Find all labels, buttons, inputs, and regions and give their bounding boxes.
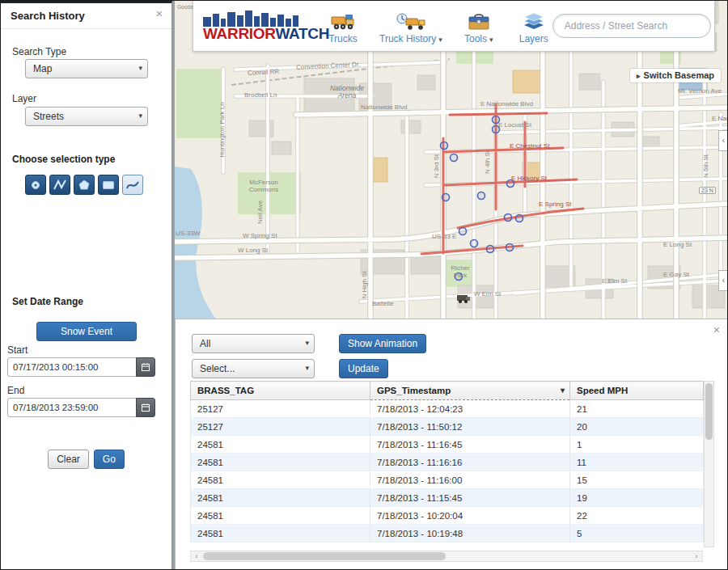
logo-wordmark: WARRIORWATCH xyxy=(203,27,329,41)
start-date-input[interactable] xyxy=(7,357,137,377)
go-button[interactable]: Go xyxy=(94,450,125,469)
map-collapse-button[interactable] xyxy=(718,270,728,291)
selection-tool-polyline-button[interactable] xyxy=(49,175,70,195)
panel-title: Search History xyxy=(11,10,85,22)
switch-basemap-button[interactable]: Switch Basemap xyxy=(630,69,721,82)
calendar-icon xyxy=(141,403,150,412)
layer-select[interactable]: Streets xyxy=(25,107,148,126)
switch-basemap-label: Switch Basemap xyxy=(644,70,714,80)
selection-tool-polygon-button[interactable] xyxy=(74,175,95,195)
panel-close-icon[interactable] xyxy=(711,324,722,336)
polyline-icon xyxy=(53,179,67,192)
selection-type-label: Choose selection type xyxy=(12,154,115,165)
nav-tools[interactable]: Tools xyxy=(460,8,497,44)
search-type-value: Map xyxy=(33,63,52,74)
point-icon xyxy=(28,179,43,192)
selection-tools xyxy=(25,175,143,195)
event-filter-select[interactable]: Select... xyxy=(192,359,315,378)
scrollbar-thumb[interactable] xyxy=(203,552,446,560)
table-row[interactable]: 251277/18/2013 - 12:04:2321 xyxy=(191,400,704,418)
calendar-icon xyxy=(141,362,150,372)
vertical-scrollbar[interactable] xyxy=(704,381,714,547)
divider xyxy=(1,28,171,29)
table-row[interactable]: 245817/18/2013 - 10:20:0422 xyxy=(191,507,704,525)
main-nav: Trucks Truck History xyxy=(324,8,552,44)
truck-icon xyxy=(329,8,357,32)
nav-truck-history-label: Truck History xyxy=(379,33,436,44)
layer-value: Streets xyxy=(33,111,64,122)
table-row[interactable]: 245817/18/2013 - 11:16:0015 xyxy=(191,471,704,489)
scrollbar-thumb[interactable] xyxy=(705,383,713,440)
address-search xyxy=(552,14,711,38)
sidebar-close-icon[interactable] xyxy=(154,8,165,19)
map-collapse-button[interactable] xyxy=(718,130,728,151)
search-type-label: Search Type xyxy=(12,46,66,57)
nav-layers[interactable]: Layers xyxy=(515,8,552,44)
nav-trucks-label: Trucks xyxy=(328,33,358,44)
column-header-speed-mph[interactable]: Speed MPH xyxy=(570,382,704,400)
scroll-left-arrow-icon[interactable] xyxy=(191,551,202,561)
date-range-label: Set Date Range xyxy=(12,296,83,307)
vehicle-filter-value: All xyxy=(200,338,210,349)
horizontal-scrollbar[interactable] xyxy=(190,551,703,562)
layers-icon xyxy=(521,8,547,32)
selection-tool-point-button[interactable] xyxy=(25,175,46,195)
nav-tools-label: Tools xyxy=(464,33,487,44)
start-calendar-button[interactable] xyxy=(136,357,155,377)
scroll-right-arrow-icon[interactable] xyxy=(691,551,702,561)
table-row[interactable]: 251277/18/2013 - 11:50:1220 xyxy=(191,418,704,436)
show-animation-button[interactable]: Show Animation xyxy=(339,334,426,353)
address-search-input[interactable] xyxy=(552,14,711,38)
start-label: Start xyxy=(7,344,28,356)
main-region: Goodale/Neil/CC Conrail RR Convention Ce… xyxy=(175,1,728,570)
vehicle-filter-select[interactable]: All xyxy=(192,334,315,353)
clear-button[interactable]: Clear xyxy=(48,450,89,469)
chevron-down-icon xyxy=(438,33,442,44)
layer-label: Layer xyxy=(12,93,36,104)
truck-history-icon xyxy=(396,8,425,32)
table-row[interactable]: 245817/18/2013 - 11:16:1611 xyxy=(191,454,704,471)
table-row[interactable]: 245817/18/2013 - 11:15:4519 xyxy=(191,489,704,507)
warriorwatch-logo[interactable]: WARRIORWATCH xyxy=(203,11,310,41)
nav-trucks[interactable]: Trucks xyxy=(324,8,362,44)
search-type-select[interactable]: Map xyxy=(25,59,148,78)
app-header: WARRIORWATCH xyxy=(193,1,715,52)
toolbox-icon xyxy=(466,8,492,32)
search-history-panel: Search History Search Type Map Layer Str… xyxy=(1,1,172,570)
chevron-down-icon xyxy=(489,33,493,44)
rectangle-icon xyxy=(101,179,116,192)
gps-data-table: BRASS_TAG GPS_Timestamp Speed MPH 251277… xyxy=(190,381,704,543)
sort-descending-icon xyxy=(561,385,565,395)
end-label: End xyxy=(7,385,24,396)
skyline-icon xyxy=(203,11,298,27)
column-header-brass-tag[interactable]: BRASS_TAG xyxy=(191,382,370,400)
end-date-input[interactable] xyxy=(7,398,137,417)
polygon-icon xyxy=(77,179,91,192)
warriorwatch-app: Search History Search Type Map Layer Str… xyxy=(0,0,728,570)
snow-event-lookup-button[interactable]: Snow Event Lookup xyxy=(36,322,137,341)
selection-tool-freehand-button[interactable] xyxy=(122,175,143,195)
selection-tool-rectangle-button[interactable] xyxy=(98,175,119,195)
nav-truck-history[interactable]: Truck History xyxy=(379,8,442,44)
event-filter-value: Select... xyxy=(200,363,235,374)
nav-layers-label: Layers xyxy=(519,33,548,44)
table-header-row: BRASS_TAG GPS_Timestamp Speed MPH xyxy=(191,382,704,400)
update-button[interactable]: Update xyxy=(339,359,388,378)
table-row[interactable]: 245817/18/2013 - 10:19:485 xyxy=(191,525,704,543)
column-header-gps-timestamp[interactable]: GPS_Timestamp xyxy=(370,382,570,400)
freehand-icon xyxy=(125,179,140,192)
end-calendar-button[interactable] xyxy=(136,398,155,417)
gps-data-panel: All Show Animation Select... Update BRAS… xyxy=(175,319,728,570)
table-row[interactable]: 245817/18/2013 - 11:16:451 xyxy=(191,436,704,454)
